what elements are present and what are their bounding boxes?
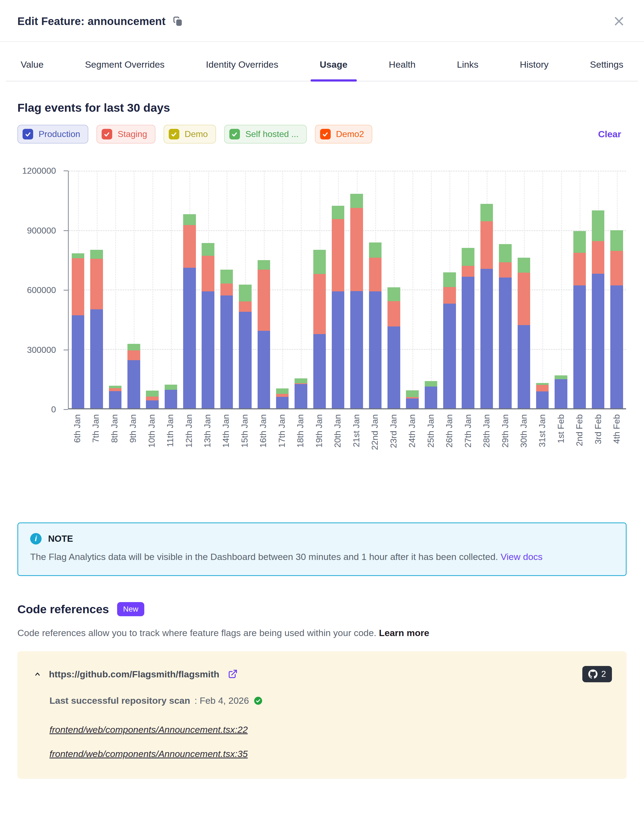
bar-column: [87, 171, 106, 408]
x-axis-label-cell: 19th Jan: [310, 414, 328, 450]
bar-segment-self-hosted: [406, 390, 419, 397]
x-axis-tick-label: 19th Jan: [314, 414, 324, 448]
stacked-bar[interactable]: [276, 171, 288, 408]
x-axis-label-cell: 23rd Jan: [384, 414, 403, 450]
environment-chip-staging[interactable]: Staging: [97, 125, 155, 144]
stacked-bar[interactable]: [220, 171, 233, 408]
bar-segment-self-hosted: [592, 210, 604, 241]
bar-column: [477, 171, 496, 408]
learn-more-link[interactable]: Learn more: [379, 628, 429, 638]
bar-segment-self-hosted: [443, 272, 456, 287]
bar-column: [403, 171, 422, 408]
stacked-bar[interactable]: [369, 171, 382, 408]
bar-segment-production: [332, 291, 344, 408]
bar-segment-production: [90, 309, 103, 408]
checkbox-checked-icon: [169, 129, 179, 140]
x-axis-tick-label: 12th Jan: [184, 414, 194, 448]
stacked-bar[interactable]: [350, 171, 363, 408]
bar-column: [589, 171, 607, 408]
repository-url-link[interactable]: https://github.com/Flagsmith/flagsmith: [49, 669, 219, 679]
stacked-bar[interactable]: [406, 171, 419, 408]
stacked-bar[interactable]: [555, 171, 567, 408]
stacked-bar[interactable]: [127, 171, 140, 408]
collapse-icon[interactable]: [33, 670, 42, 678]
environment-chip-self-hosted[interactable]: Self hosted ...: [224, 125, 307, 144]
stacked-bar[interactable]: [258, 171, 270, 408]
bar-segment-production: [165, 390, 177, 408]
view-docs-link[interactable]: View docs: [500, 552, 542, 562]
stacked-bar[interactable]: [183, 171, 196, 408]
tab-identity-overrides[interactable]: Identity Overrides: [204, 59, 280, 81]
stacked-bar[interactable]: [536, 171, 549, 408]
tab-usage[interactable]: Usage: [318, 59, 349, 81]
stacked-bar[interactable]: [294, 171, 307, 408]
bar-column: [273, 171, 291, 408]
bar-segment-staging: [276, 394, 288, 397]
stacked-bar[interactable]: [90, 171, 103, 408]
note-box: i NOTE The Flag Analytics data will be v…: [17, 523, 627, 576]
stacked-bar[interactable]: [72, 171, 84, 408]
bar-segment-self-hosted: [610, 230, 623, 251]
github-badge[interactable]: 2: [582, 666, 612, 682]
stacked-bar[interactable]: [313, 171, 326, 408]
stacked-bar[interactable]: [573, 171, 586, 408]
clear-button[interactable]: Clear: [598, 129, 621, 140]
bar-segment-production: [555, 379, 567, 408]
bar-segment-staging: [313, 274, 326, 334]
stacked-bar[interactable]: [499, 171, 511, 408]
stacked-bar[interactable]: [146, 171, 158, 408]
bar-segment-self-hosted: [313, 250, 326, 274]
bar-segment-production: [388, 327, 400, 408]
y-axis-tick: [64, 350, 68, 350]
x-axis-label-cell: 7th Jan: [86, 414, 105, 450]
bar-segment-production: [183, 268, 196, 408]
tab-health[interactable]: Health: [387, 59, 417, 81]
bar-column: [199, 171, 218, 408]
tab-segment-overrides[interactable]: Segment Overrides: [83, 59, 166, 81]
y-axis-tick: [64, 290, 68, 291]
stacked-bar[interactable]: [388, 171, 400, 408]
y-axis-tick-label: 0: [51, 405, 56, 414]
tab-value[interactable]: Value: [19, 59, 45, 81]
bar-column: [310, 171, 329, 408]
copy-icon[interactable]: [173, 16, 183, 26]
x-axis-tick-label: 18th Jan: [295, 414, 305, 448]
stacked-bar[interactable]: [425, 171, 437, 408]
stacked-bar[interactable]: [332, 171, 344, 408]
bar-segment-self-hosted: [165, 385, 177, 390]
x-axis-tick-label: 4th Feb: [612, 414, 622, 444]
stacked-bar[interactable]: [443, 171, 456, 408]
stacked-bar[interactable]: [610, 171, 623, 408]
stacked-bar[interactable]: [165, 171, 177, 408]
bar-column: [459, 171, 477, 408]
bar-segment-staging: [72, 258, 84, 315]
environment-chip-production[interactable]: Production: [17, 125, 88, 144]
close-icon[interactable]: [612, 14, 627, 29]
stacked-bar[interactable]: [462, 171, 474, 408]
x-axis-label-cell: 11th Jan: [161, 414, 179, 450]
bar-segment-self-hosted: [146, 391, 158, 397]
stacked-bar[interactable]: [239, 171, 251, 408]
environment-chip-demo2[interactable]: Demo2: [315, 125, 372, 144]
bar-segment-self-hosted: [220, 270, 233, 284]
stacked-bar[interactable]: [592, 171, 604, 408]
tab-settings[interactable]: Settings: [588, 59, 625, 81]
code-reference-link[interactable]: frontend/web/components/Announcement.tsx…: [49, 748, 248, 759]
bar-segment-self-hosted: [480, 204, 493, 221]
tab-links[interactable]: Links: [455, 59, 480, 81]
note-title: NOTE: [48, 534, 73, 544]
bar-segment-production: [127, 360, 140, 408]
tab-history[interactable]: History: [518, 59, 550, 81]
x-axis-tick-label: 29th Jan: [500, 414, 510, 448]
bar-segment-self-hosted: [90, 250, 103, 259]
external-link-icon[interactable]: [227, 669, 238, 679]
stacked-bar[interactable]: [518, 171, 530, 408]
bar-segment-production: [202, 291, 214, 408]
environment-chip-label: Staging: [118, 129, 147, 139]
stacked-bar[interactable]: [202, 171, 214, 408]
stacked-bar[interactable]: [109, 171, 121, 408]
code-reference-link[interactable]: frontend/web/components/Announcement.tsx…: [49, 724, 248, 735]
x-axis-label-cell: 16th Jan: [254, 414, 273, 450]
stacked-bar[interactable]: [480, 171, 493, 408]
environment-chip-demo[interactable]: Demo: [164, 125, 216, 144]
